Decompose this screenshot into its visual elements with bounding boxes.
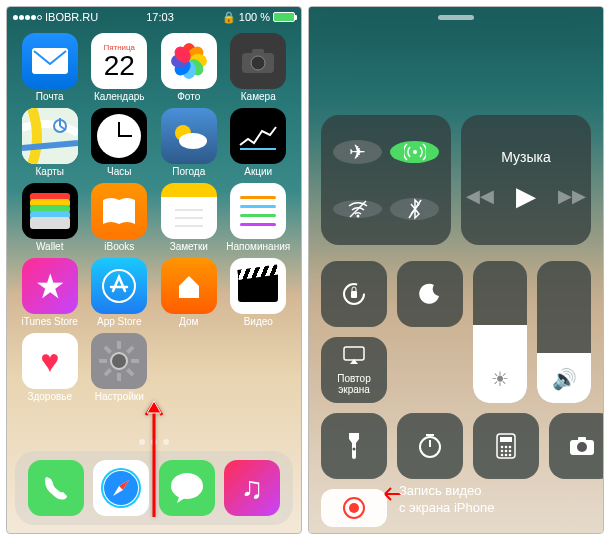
annotation-text: Запись видео с экрана iPhone — [399, 483, 593, 517]
do-not-disturb-button[interactable] — [397, 261, 463, 327]
cellular-toggle[interactable] — [390, 141, 439, 163]
svg-point-43 — [501, 446, 504, 449]
svg-point-3 — [251, 56, 265, 70]
app-stocks[interactable]: Акции — [226, 108, 292, 177]
app-ibooks[interactable]: iBooks — [87, 183, 153, 252]
speaker-icon: 🔊 — [552, 367, 577, 391]
svg-rect-18 — [117, 341, 121, 349]
app-clock[interactable]: Часы — [87, 108, 153, 177]
record-icon — [343, 497, 365, 519]
svg-point-44 — [505, 446, 508, 449]
svg-point-17 — [111, 353, 127, 369]
svg-rect-23 — [104, 368, 112, 376]
svg-rect-36 — [344, 347, 364, 360]
app-grid: Почта Пятница22Календарь Фото Камера Кар… — [7, 27, 301, 408]
svg-rect-53 — [578, 437, 586, 442]
svg-point-54 — [577, 442, 587, 452]
app-video[interactable]: Видео — [226, 258, 292, 327]
rotation-lock-button[interactable] — [321, 261, 387, 327]
svg-rect-21 — [131, 359, 139, 363]
svg-rect-22 — [126, 345, 134, 353]
bluetooth-toggle[interactable] — [390, 198, 439, 220]
svg-point-31 — [356, 214, 359, 217]
wifi-toggle[interactable] — [333, 200, 382, 218]
airplay-icon — [342, 345, 366, 370]
carrier-label: IBOBR.RU — [45, 11, 98, 23]
svg-point-29 — [171, 473, 203, 499]
app-photos[interactable]: Фото — [156, 33, 222, 102]
svg-rect-35 — [351, 291, 357, 298]
app-itunes[interactable]: ★iTunes Store — [17, 258, 83, 327]
svg-rect-19 — [117, 373, 121, 381]
dock-messages[interactable] — [159, 460, 215, 516]
app-reminders[interactable]: Напоминания — [226, 183, 292, 252]
camera-button[interactable] — [549, 413, 604, 479]
app-calendar[interactable]: Пятница22Календарь — [87, 33, 153, 102]
svg-rect-20 — [99, 359, 107, 363]
volume-slider[interactable]: 🔊 — [537, 261, 591, 403]
app-home[interactable]: Дом — [156, 258, 222, 327]
app-weather[interactable]: Погода — [156, 108, 222, 177]
svg-point-46 — [501, 450, 504, 453]
svg-point-51 — [509, 454, 512, 457]
sun-icon: ☀ — [491, 367, 509, 391]
svg-rect-0 — [32, 48, 68, 74]
svg-point-50 — [505, 454, 508, 457]
app-appstore[interactable]: App Store — [87, 258, 153, 327]
app-notes[interactable]: Заметки — [156, 183, 222, 252]
grabber-handle[interactable] — [438, 15, 474, 20]
app-settings[interactable]: Настройки — [87, 333, 153, 402]
svg-point-45 — [509, 446, 512, 449]
airplane-toggle[interactable]: ✈ — [333, 140, 382, 164]
svg-rect-24 — [104, 345, 112, 353]
svg-rect-42 — [500, 437, 512, 442]
screen-record-button[interactable] — [321, 489, 387, 527]
svg-rect-2 — [252, 49, 264, 55]
svg-rect-25 — [126, 368, 134, 376]
rotation-lock-icon: 🔒 — [222, 11, 236, 24]
dock-music[interactable]: ♫ — [224, 460, 280, 516]
music-tile[interactable]: Музыка ◀◀ ▶ ▶▶ — [461, 115, 591, 245]
dock-phone[interactable] — [28, 460, 84, 516]
svg-point-7 — [179, 133, 207, 149]
app-camera[interactable]: Камера — [226, 33, 292, 102]
svg-rect-12 — [30, 217, 70, 229]
battery-pct: 100 % — [239, 11, 270, 23]
screen-mirroring-button[interactable]: Повтор экрана — [321, 337, 387, 403]
battery-icon — [273, 12, 295, 22]
clock-time: 17:03 — [146, 11, 174, 23]
timer-button[interactable] — [397, 413, 463, 479]
svg-point-47 — [505, 450, 508, 453]
app-mail[interactable]: Почта — [17, 33, 83, 102]
app-health[interactable]: ♥Здоровье — [17, 333, 83, 402]
dock-safari[interactable] — [93, 460, 149, 516]
play-icon[interactable]: ▶ — [516, 181, 536, 212]
swipe-up-arrow — [142, 399, 166, 523]
status-bar: IBOBR.RU 17:03 🔒 100 % — [7, 7, 301, 27]
svg-point-49 — [501, 454, 504, 457]
control-center: ✈ Музыка ◀◀ ▶ ▶▶ Повтор экрана ☀ 🔊 — [308, 6, 604, 534]
home-screen: IBOBR.RU 17:03 🔒 100 % Почта Пятница22Ка… — [6, 6, 302, 534]
heart-icon: ♥ — [40, 343, 59, 380]
app-wallet[interactable]: Wallet — [17, 183, 83, 252]
svg-point-48 — [509, 450, 512, 453]
app-maps[interactable]: Карты — [17, 108, 83, 177]
flashlight-button[interactable] — [321, 413, 387, 479]
brightness-slider[interactable]: ☀ — [473, 261, 527, 403]
svg-point-37 — [353, 448, 356, 451]
music-label: Музыка — [501, 149, 551, 165]
next-track-icon[interactable]: ▶▶ — [558, 185, 586, 207]
calculator-button[interactable] — [473, 413, 539, 479]
prev-track-icon[interactable]: ◀◀ — [466, 185, 494, 207]
connectivity-tile[interactable]: ✈ — [321, 115, 451, 245]
svg-point-30 — [413, 150, 417, 154]
